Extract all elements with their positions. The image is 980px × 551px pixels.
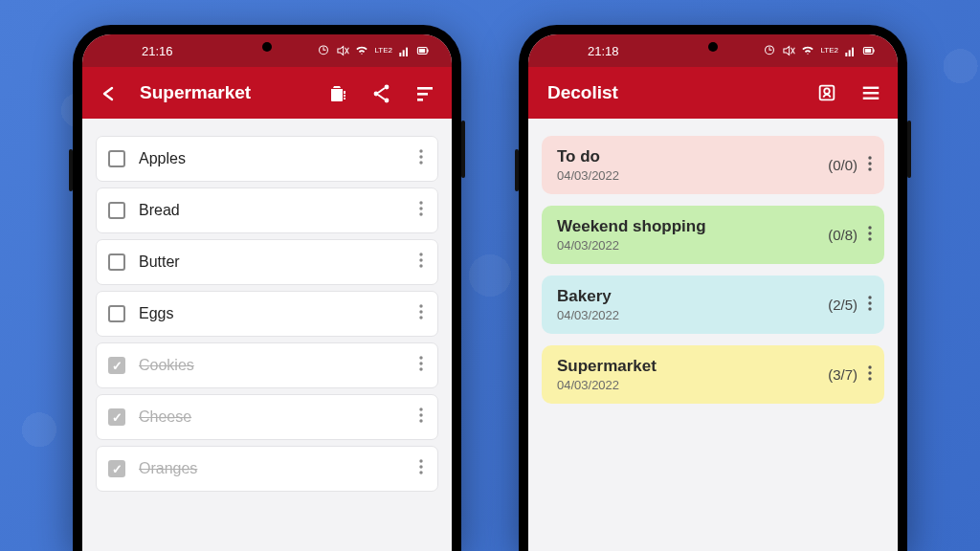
sort-icon bbox=[414, 82, 435, 103]
checklist-item[interactable]: Bread bbox=[96, 187, 438, 233]
signal-icon bbox=[398, 44, 410, 57]
checkbox[interactable] bbox=[108, 408, 125, 426]
status-time: 21:18 bbox=[588, 44, 619, 58]
list-menu-button[interactable] bbox=[867, 156, 873, 175]
list-count: (0/8) bbox=[828, 227, 858, 243]
trash-icon bbox=[326, 82, 347, 103]
item-label: Cheese bbox=[139, 408, 414, 426]
checklist-item[interactable]: Oranges bbox=[96, 446, 438, 492]
kebab-icon bbox=[418, 408, 424, 423]
kebab-icon bbox=[418, 201, 424, 216]
app-title: Decolist bbox=[547, 82, 618, 103]
checklist-item[interactable]: Apples bbox=[96, 136, 438, 182]
mute-icon bbox=[782, 44, 795, 57]
list-card[interactable]: To do04/03/2022(0/0) bbox=[542, 136, 884, 194]
item-menu-button[interactable] bbox=[414, 356, 428, 375]
lists-content: To do04/03/2022(0/0)Weekend shopping04/0… bbox=[528, 119, 898, 551]
checkbox[interactable] bbox=[108, 202, 125, 219]
item-menu-button[interactable] bbox=[414, 304, 428, 323]
kebab-icon bbox=[418, 253, 424, 268]
checklist-item[interactable]: Eggs bbox=[96, 291, 438, 337]
checklist-item[interactable]: Cheese bbox=[96, 394, 438, 440]
checklist-content: ApplesBreadButterEggsCookiesCheeseOrange… bbox=[82, 119, 452, 551]
item-menu-button[interactable] bbox=[414, 149, 428, 168]
item-label: Cookies bbox=[139, 357, 414, 374]
camera-notch bbox=[262, 42, 272, 52]
checkbox[interactable] bbox=[108, 253, 125, 271]
list-count: (3/7) bbox=[828, 366, 858, 383]
list-title: Supermarket bbox=[557, 357, 828, 376]
kebab-icon bbox=[867, 365, 873, 381]
status-bar: 21:18 LTE2 bbox=[528, 34, 898, 67]
list-meta: Weekend shopping04/03/2022 bbox=[557, 217, 828, 253]
list-card[interactable]: Bakery04/03/2022(2/5) bbox=[542, 276, 884, 334]
alarm-icon bbox=[763, 44, 776, 57]
checklist-item[interactable]: Cookies bbox=[96, 342, 438, 388]
item-label: Apples bbox=[139, 150, 414, 167]
item-label: Eggs bbox=[139, 305, 414, 322]
item-label: Oranges bbox=[139, 460, 414, 477]
list-count: (0/0) bbox=[828, 157, 858, 173]
kebab-icon bbox=[867, 226, 873, 241]
list-date: 04/03/2022 bbox=[557, 308, 828, 322]
kebab-icon bbox=[867, 156, 873, 171]
mute-icon bbox=[336, 44, 349, 57]
checklist-item[interactable]: Butter bbox=[96, 239, 438, 285]
list-title: Bakery bbox=[557, 287, 828, 306]
kebab-icon bbox=[867, 296, 873, 311]
sort-button[interactable] bbox=[412, 79, 438, 106]
phone-right: 21:18 LTE2 Decolist bbox=[519, 25, 907, 551]
checkbox[interactable] bbox=[108, 460, 125, 477]
list-title: Weekend shopping bbox=[557, 217, 828, 236]
hamburger-icon bbox=[860, 82, 881, 103]
item-menu-button[interactable] bbox=[414, 459, 428, 478]
list-meta: Bakery04/03/2022 bbox=[557, 287, 828, 322]
list-menu-button[interactable] bbox=[867, 226, 873, 245]
kebab-icon bbox=[418, 304, 424, 320]
list-title: To do bbox=[557, 147, 828, 166]
checkbox[interactable] bbox=[108, 150, 125, 167]
list-date: 04/03/2022 bbox=[557, 378, 828, 392]
app-bar: Decolist bbox=[528, 67, 898, 119]
archive-button[interactable] bbox=[813, 79, 840, 106]
status-net-label: LTE2 bbox=[374, 47, 392, 55]
battery-icon bbox=[415, 44, 431, 57]
wifi-icon bbox=[355, 44, 368, 57]
list-menu-button[interactable] bbox=[867, 296, 873, 315]
list-count: (2/5) bbox=[828, 297, 858, 313]
status-net-label: LTE2 bbox=[820, 47, 838, 55]
status-bar: 21:16 LTE2 bbox=[82, 34, 452, 67]
contact-card-icon bbox=[816, 82, 837, 103]
status-time: 21:16 bbox=[142, 44, 173, 58]
page-title: Supermarket bbox=[140, 82, 251, 103]
list-card[interactable]: Supermarket04/03/2022(3/7) bbox=[542, 345, 884, 404]
item-menu-button[interactable] bbox=[414, 201, 428, 220]
list-menu-button[interactable] bbox=[867, 365, 873, 385]
item-menu-button[interactable] bbox=[414, 253, 428, 272]
camera-notch bbox=[708, 42, 718, 52]
battery-icon bbox=[861, 44, 877, 57]
item-label: Bread bbox=[139, 202, 414, 219]
signal-icon bbox=[844, 44, 856, 57]
back-button[interactable] bbox=[96, 79, 122, 106]
list-meta: To do04/03/2022 bbox=[557, 147, 828, 183]
alarm-icon bbox=[317, 44, 330, 57]
screen-right: 21:18 LTE2 Decolist bbox=[528, 34, 898, 551]
delete-button[interactable] bbox=[323, 79, 350, 106]
item-label: Butter bbox=[139, 253, 414, 271]
item-menu-button[interactable] bbox=[414, 408, 428, 427]
checkbox[interactable] bbox=[108, 357, 125, 374]
share-icon bbox=[370, 82, 391, 103]
list-date: 04/03/2022 bbox=[557, 168, 828, 183]
status-icons: LTE2 bbox=[763, 44, 877, 57]
list-card[interactable]: Weekend shopping04/03/2022(0/8) bbox=[542, 206, 884, 264]
phone-left: 21:16 LTE2 Supermarket bbox=[73, 25, 461, 551]
checkbox[interactable] bbox=[108, 305, 125, 322]
screen-left: 21:16 LTE2 Supermarket bbox=[82, 34, 452, 551]
menu-button[interactable] bbox=[858, 79, 884, 106]
app-bar: Supermarket bbox=[82, 67, 452, 119]
kebab-icon bbox=[418, 149, 424, 165]
share-button[interactable] bbox=[368, 79, 394, 106]
back-arrow-icon bbox=[99, 82, 120, 103]
wifi-icon bbox=[801, 44, 814, 57]
